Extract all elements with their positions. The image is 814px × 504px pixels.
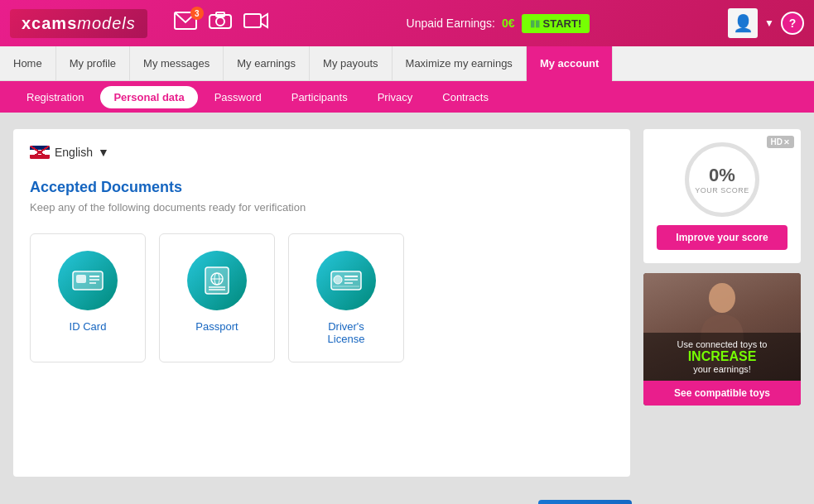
svg-rect-6 <box>76 275 86 283</box>
nav-my-profile[interactable]: My profile <box>56 46 130 81</box>
subnav-registration[interactable]: Registration <box>13 86 97 108</box>
nav-home[interactable]: Home <box>0 46 56 81</box>
nav-maximize-earnings[interactable]: Maximize my earnings <box>393 46 527 81</box>
lang-dropdown-icon: ▼ <box>98 146 109 159</box>
subnav-personal-data[interactable]: Personal data <box>100 86 197 108</box>
hd-close-icon[interactable]: ✕ <box>783 138 790 146</box>
hd-badge: HD ✕ <box>767 136 794 148</box>
subnav-contracts[interactable]: Contracts <box>429 86 502 108</box>
id-card-icon-circle <box>58 251 118 310</box>
logo-xcams: xcams <box>22 14 77 32</box>
nav-my-earnings[interactable]: My earnings <box>224 46 310 81</box>
toy-widget-image: Use connected toys to INCREASE your earn… <box>643 273 801 381</box>
signal-icon: ▮▮ <box>530 18 540 29</box>
language-selector[interactable]: English ▼ <box>30 146 614 159</box>
passport-icon-circle <box>187 251 247 310</box>
doc-card-passport[interactable]: Passport <box>159 233 275 362</box>
camera-icon <box>209 12 232 30</box>
video-icon <box>243 12 268 30</box>
help-button[interactable]: ? <box>781 12 804 35</box>
language-label: English <box>55 146 93 159</box>
logo-container: xcamsmodels <box>10 9 161 38</box>
license-icon-circle <box>316 251 376 310</box>
nav-my-payouts[interactable]: My payouts <box>310 46 392 81</box>
avatar-button[interactable]: 👤 <box>728 8 758 38</box>
svg-rect-4 <box>244 14 261 27</box>
main-content: English ▼ Accepted Documents Keep any of… <box>0 113 814 493</box>
toy-text2: INCREASE <box>650 349 794 364</box>
hd-label: HD <box>771 137 783 146</box>
toy-text3: your earnings! <box>650 364 794 374</box>
id-card-label: ID Card <box>70 320 107 333</box>
subnav-participants[interactable]: Participants <box>278 86 361 108</box>
nav-my-messages[interactable]: My messages <box>130 46 224 81</box>
sub-nav: Registration Personal data Password Part… <box>0 81 814 113</box>
bottom-row: Next <box>0 493 814 504</box>
top-header: xcamsmodels 3 <box>0 0 814 46</box>
right-panel: HD ✕ 0% YOUR SCORE Improve your score <box>643 129 801 477</box>
doc-card-license[interactable]: Driver's License <box>288 233 404 362</box>
score-widget: HD ✕ 0% YOUR SCORE Improve your score <box>643 129 801 263</box>
passport-label: Passport <box>195 320 238 333</box>
header-icons: 3 <box>174 12 268 35</box>
score-circle: 0% YOUR SCORE <box>685 142 759 217</box>
subnav-password[interactable]: Password <box>201 86 275 108</box>
start-button[interactable]: ▮▮ START! <box>522 14 590 33</box>
logo-models: models <box>77 14 135 32</box>
svg-point-17 <box>334 276 342 284</box>
dropdown-arrow-icon[interactable]: ▼ <box>764 17 774 29</box>
flag-uk-icon <box>30 146 50 159</box>
messages-icon-btn[interactable]: 3 <box>174 12 197 35</box>
video-icon-btn[interactable] <box>243 12 268 35</box>
nav-bar: Home My profile My messages My earnings … <box>0 46 814 81</box>
section-subtitle: Keep any of the following documents read… <box>30 201 614 214</box>
start-label: START! <box>543 17 582 30</box>
section-title: Accepted Documents <box>30 179 614 196</box>
message-badge: 3 <box>190 7 204 20</box>
earnings-label: Unpaid Earnings: <box>407 17 495 30</box>
drivers-license-icon <box>330 268 363 293</box>
svg-point-22 <box>709 283 735 313</box>
avatar-icon: 👤 <box>733 13 754 33</box>
improve-score-button[interactable]: Improve your score <box>657 225 788 250</box>
score-percent: 0% <box>709 165 735 186</box>
doc-card-id[interactable]: ID Card <box>30 233 146 362</box>
help-label: ? <box>789 17 797 30</box>
left-panel: English ▼ Accepted Documents Keep any of… <box>13 129 630 477</box>
toy-cta-button[interactable]: See compatible toys <box>643 381 801 406</box>
earnings-amount: 0€ <box>502 17 515 30</box>
document-cards: ID Card Passport <box>30 233 614 362</box>
logo[interactable]: xcamsmodels <box>10 9 147 38</box>
nav-my-account[interactable]: My account <box>527 46 614 81</box>
toy-widget: Use connected toys to INCREASE your earn… <box>643 273 801 406</box>
passport-icon <box>202 266 232 295</box>
header-right: 👤 ▼ ? <box>728 8 804 38</box>
toy-overlay: Use connected toys to INCREASE your earn… <box>643 333 801 381</box>
score-label: YOUR SCORE <box>695 186 749 194</box>
license-label: Driver's License <box>309 320 383 345</box>
id-card-icon <box>71 268 104 293</box>
header-center: Unpaid Earnings: 0€ ▮▮ START! <box>268 14 728 33</box>
logo-text: xcamsmodels <box>22 14 136 32</box>
toy-text1: Use connected toys to <box>650 339 794 349</box>
subnav-privacy[interactable]: Privacy <box>364 86 426 108</box>
svg-point-2 <box>216 17 224 26</box>
camera-icon-btn[interactable] <box>209 12 232 35</box>
next-button[interactable]: Next <box>538 500 632 504</box>
